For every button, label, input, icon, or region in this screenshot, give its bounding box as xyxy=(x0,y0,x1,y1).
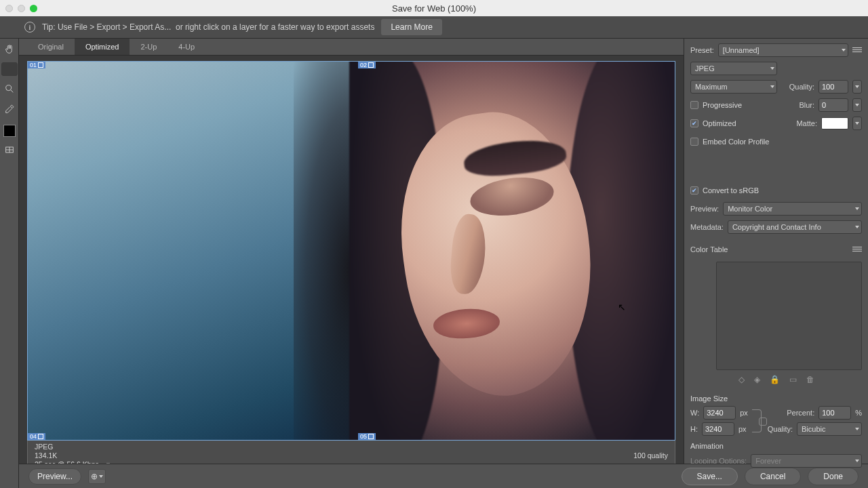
matte-label: Matte: xyxy=(796,119,817,127)
quality-stepper[interactable] xyxy=(852,80,862,94)
preview-image-right xyxy=(351,62,675,440)
quality-preset-select[interactable]: Maximum xyxy=(690,80,777,94)
slice-badge-4: 05 xyxy=(358,433,376,440)
preview-button[interactable]: Preview... xyxy=(28,468,81,485)
resample-select[interactable]: Bicubic xyxy=(797,422,862,436)
learn-more-button[interactable]: Learn More xyxy=(381,19,441,35)
hand-tool[interactable] xyxy=(2,42,17,57)
height-label: H: xyxy=(690,425,698,433)
color-table-toolbar: ◇ ◈ 🔒 ▭ 🗑 xyxy=(690,375,862,384)
eyedropper-tool[interactable] xyxy=(2,102,17,117)
titlebar: Save for Web (100%) xyxy=(0,0,868,16)
zoom-tool[interactable] xyxy=(2,81,17,96)
save-button[interactable]: Save... xyxy=(682,468,738,485)
svg-point-0 xyxy=(5,85,11,91)
quality-input[interactable] xyxy=(818,80,848,94)
slice-select-tool[interactable] xyxy=(1,62,18,76)
color-table-area xyxy=(716,262,862,370)
tip-text-1: Tip: Use File > Export > Export As... xyxy=(42,22,171,32)
matte-select[interactable] xyxy=(852,117,862,130)
preview-canvas[interactable]: 01 02 04 05 ↖ xyxy=(27,61,675,441)
preset-label: Preset: xyxy=(690,46,714,54)
info-format: JPEG xyxy=(35,443,111,451)
preview-select[interactable]: Monitor Color xyxy=(723,202,862,216)
view-tabs: Original Optimized 2-Up 4-Up xyxy=(19,39,684,56)
ct-map-icon[interactable]: ◇ xyxy=(738,375,745,384)
tab-original[interactable]: Original xyxy=(27,39,75,55)
slice-badge-2: 02 xyxy=(358,62,376,68)
info-icon: i xyxy=(24,22,35,33)
window-title: Save for Web (100%) xyxy=(0,3,868,14)
convert-srgb-checkbox[interactable]: ✔Convert to sRGB xyxy=(690,186,759,195)
tab-2up[interactable]: 2-Up xyxy=(130,39,167,55)
progressive-checkbox[interactable]: Progressive xyxy=(690,101,742,109)
toggle-slices-icon[interactable] xyxy=(2,142,17,157)
color-table-menu-icon[interactable] xyxy=(852,245,862,253)
settings-panel: Preset: [Unnamed] JPEG Maximum Quality: … xyxy=(684,39,868,488)
metadata-label: Metadata: xyxy=(690,223,724,231)
quality-label: Quality: xyxy=(789,83,814,91)
dialog-footer: Preview... ⊕ Save... Cancel Done xyxy=(19,464,868,488)
done-button[interactable]: Done xyxy=(808,468,859,485)
tip-text-2: or right click on a layer for a faster w… xyxy=(176,22,374,32)
blur-label: Blur: xyxy=(799,101,814,109)
preview-image-left xyxy=(28,62,351,440)
info-filesize: 134.1K xyxy=(35,451,111,460)
blur-input[interactable] xyxy=(818,98,848,112)
info-quality: 100 quality xyxy=(633,451,668,460)
slice-badge-3: 04 xyxy=(28,433,45,440)
slice-badge-1: 01 xyxy=(28,62,45,68)
width-input[interactable] xyxy=(703,406,736,420)
embed-profile-checkbox[interactable]: Embed Color Profile xyxy=(690,138,769,146)
ct-trash-icon[interactable]: 🗑 xyxy=(806,375,814,384)
resample-label: Quality: xyxy=(768,425,793,433)
format-select[interactable]: JPEG xyxy=(690,62,777,75)
percent-input[interactable] xyxy=(818,406,851,420)
ct-lock-icon[interactable]: 🔒 xyxy=(770,375,780,384)
tab-optimized[interactable]: Optimized xyxy=(75,39,130,55)
matte-swatch[interactable] xyxy=(821,117,848,129)
tip-bar: i Tip: Use File > Export > Export As... … xyxy=(0,16,868,39)
metadata-select[interactable]: Copyright and Contact Info xyxy=(728,220,862,234)
color-table-label: Color Table xyxy=(690,245,728,253)
cancel-button[interactable]: Cancel xyxy=(745,468,801,485)
constrain-proportions-icon[interactable] xyxy=(752,409,762,432)
height-input[interactable] xyxy=(702,422,734,436)
toolstrip xyxy=(0,39,19,488)
foreground-color-swatch[interactable] xyxy=(3,125,16,137)
ct-new-icon[interactable]: ▭ xyxy=(789,375,797,384)
browser-preview-select[interactable]: ⊕ xyxy=(88,469,106,484)
blur-stepper[interactable] xyxy=(852,98,862,112)
animation-label: Animation xyxy=(690,442,862,450)
preset-menu-icon[interactable] xyxy=(852,46,862,54)
percent-label: Percent: xyxy=(787,409,814,417)
optimized-checkbox[interactable]: ✔Optimized xyxy=(690,119,736,127)
preview-label: Preview: xyxy=(690,205,719,213)
image-size-label: Image Size xyxy=(690,394,862,403)
tab-4up[interactable]: 4-Up xyxy=(167,39,205,55)
width-label: W: xyxy=(690,409,699,417)
ct-shift-icon[interactable]: ◈ xyxy=(754,375,760,384)
preset-select[interactable]: [Unnamed] xyxy=(718,43,848,57)
loop-select: Forever xyxy=(751,454,862,468)
